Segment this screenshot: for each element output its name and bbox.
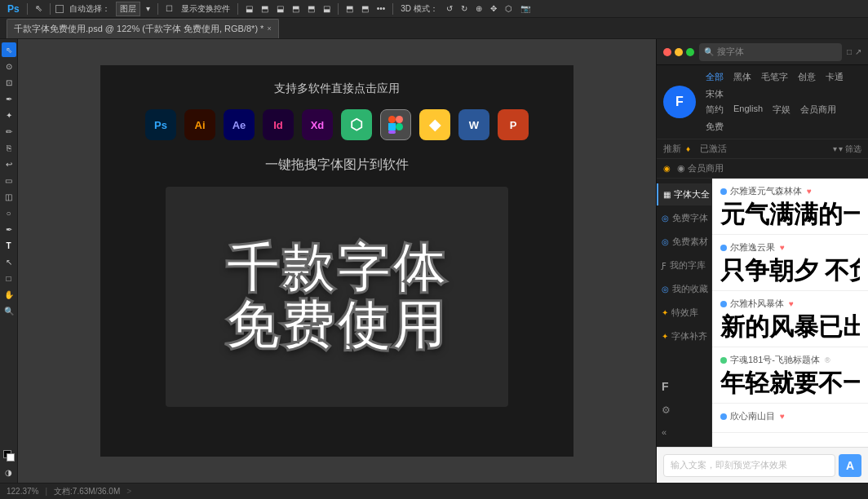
hand-tool[interactable]: ✋ [2, 287, 16, 302]
quick-mask[interactable]: ◑ [2, 465, 16, 479]
app-icon-sketch[interactable]: ⬡ [341, 109, 372, 140]
pen-tool[interactable]: ✒ [2, 222, 16, 236]
font-entry-2[interactable]: 尔雅逸云果 ♥ 只争朝夕 不负韶 [712, 235, 868, 291]
tag-member-use[interactable]: 会员商用 [797, 103, 839, 117]
tag-free[interactable]: 免费 [702, 120, 727, 134]
more-tools[interactable]: ••• [374, 4, 388, 13]
nav-my-font-icon: Ƒ [662, 261, 666, 270]
tag-hei[interactable]: 黑体 [730, 70, 755, 84]
select-tool[interactable]: ⇖ [2, 42, 16, 57]
font-entry-1[interactable]: 尔雅逐元气森林体 ♥ 元气满满的一米 [712, 179, 868, 235]
tag-cartoon[interactable]: 卡通 [822, 70, 847, 84]
layer-type-dropdown[interactable]: 图层 [116, 2, 140, 16]
app-icon-id[interactable]: Id [263, 109, 294, 140]
align-center-v[interactable]: ⬒ [305, 4, 317, 13]
align-right[interactable]: ⬓ [274, 4, 286, 13]
app-icon-xd[interactable]: Xd [302, 109, 333, 140]
show-transform-checkbox[interactable]: ☐ [163, 4, 175, 13]
font-heart-3[interactable]: ♥ [789, 299, 794, 308]
tag-song[interactable]: 宋体 [702, 87, 727, 101]
search-action-2[interactable]: ↗ [855, 47, 861, 56]
align-bottom[interactable]: ⬓ [321, 4, 333, 13]
app-icon-figma[interactable] [380, 109, 411, 140]
lasso-tool[interactable]: ⊙ [2, 59, 16, 73]
spot-heal-tool[interactable]: ✦ [2, 108, 16, 122]
font-entry-5-header: 欣心南山目 ♥ [720, 410, 860, 422]
search-input[interactable]: 搜字体 [717, 46, 837, 58]
clone-tool[interactable]: ⎘ [2, 140, 16, 155]
input-a-button[interactable]: A [839, 454, 861, 477]
close-dot[interactable] [663, 48, 671, 56]
auto-select-checkbox[interactable] [55, 5, 64, 13]
nav-font-all[interactable]: ▦ 字体大全 [657, 183, 711, 205]
tag-mao[interactable]: 毛笔字 [758, 70, 791, 84]
align-center-h[interactable]: ⬒ [259, 4, 271, 13]
tag-simple[interactable]: 简约 [702, 103, 727, 117]
distribute-h[interactable]: ⬒ [343, 4, 356, 13]
preview-text-input[interactable]: 输入文案，即刻预览字体效果 [663, 454, 835, 477]
nav-collapse[interactable]: « [657, 422, 711, 442]
fg-bg-color[interactable] [2, 448, 16, 463]
active-tab[interactable]: 千款字体免费使用.psd @ 122% (千款字体 免费使用, RGB/8*) … [7, 19, 279, 38]
nav-settings[interactable]: ⚙ [657, 400, 711, 421]
pan-3d[interactable]: ✥ [488, 4, 499, 13]
nav-settings-icon: ⚙ [662, 404, 671, 416]
tag-all[interactable]: 全部 [702, 70, 727, 84]
font-heart-1[interactable]: ♥ [807, 187, 812, 196]
nav-supplement[interactable]: ✦ 字体补齐 [657, 325, 711, 347]
rotate-left[interactable]: ↺ [444, 4, 455, 13]
member-commercial-text[interactable]: ◉ 会员商用 [677, 162, 724, 174]
shape-tool[interactable]: □ [2, 271, 16, 285]
right-panel: 🔍 搜字体 □ ↗ F 全部 黑体 毛笔字 创意 卡通 宋体 [656, 39, 868, 483]
font-entry-4[interactable]: 字魂181号-飞驰标题体 ® 年轻就要不一样 [712, 347, 868, 404]
font-heart-2[interactable]: ♥ [780, 243, 785, 252]
burn-tool[interactable]: ○ [2, 205, 16, 220]
app-icon-sketch2[interactable]: ◆ [419, 109, 450, 140]
app-icon-ai[interactable]: Ai [184, 109, 215, 140]
nav-free-font[interactable]: ◎ 免费字体 [657, 207, 711, 229]
tag-ziyu[interactable]: 字娱 [769, 103, 794, 117]
app-icon-word[interactable]: W [458, 109, 489, 140]
type-tool[interactable]: T [2, 238, 16, 253]
nav-my-font[interactable]: Ƒ 我的字库 [657, 254, 711, 276]
align-left[interactable]: ⬓ [243, 4, 255, 13]
nav-bottom-f[interactable]: F [657, 375, 711, 398]
nav-special[interactable]: ✦ 特效库 [657, 302, 711, 324]
distribute-v[interactable]: ⬒ [359, 4, 371, 13]
eraser-tool[interactable]: ▭ [2, 173, 16, 188]
tag-create[interactable]: 创意 [795, 70, 819, 84]
font-dot-2 [720, 245, 727, 251]
tab-close-btn[interactable]: × [267, 24, 271, 33]
nav-my-collect[interactable]: ◎ 我的收藏 [657, 278, 711, 300]
zoom-tool[interactable]: 🔍 [2, 303, 16, 318]
app-icon-ps[interactable]: Ps [145, 109, 176, 140]
eyedropper-tool[interactable]: ✒ [2, 91, 16, 106]
filter-button[interactable]: ▾ ▾ 筛选 [833, 144, 861, 155]
history-brush[interactable]: ↩ [2, 157, 16, 171]
object-3d[interactable]: ⬡ [503, 4, 515, 13]
maximize-dot[interactable] [686, 48, 694, 56]
font-entry-5[interactable]: 欣心南山目 ♥ [712, 404, 868, 433]
camera-3d[interactable]: 📷 [518, 4, 533, 13]
font-entry-3[interactable]: 尔雅朴风暴体 ♥ 新的风暴已出现 [712, 291, 868, 347]
brush-tool[interactable]: ✏ [2, 124, 16, 139]
move-tool[interactable]: ⇖ [33, 3, 45, 14]
search-box[interactable]: 🔍 搜字体 [699, 43, 842, 61]
font-heart-5[interactable]: ♥ [780, 412, 785, 421]
align-top[interactable]: ⬒ [290, 4, 302, 13]
search-action-1[interactable]: □ [847, 47, 852, 56]
font-list[interactable]: 尔雅逐元气森林体 ♥ 元气满满的一米 尔雅逸云果 ♥ 只争朝夕 不负韶 [712, 179, 868, 447]
tag-english[interactable]: English [730, 103, 766, 117]
minimize-dot[interactable] [675, 48, 683, 56]
path-select[interactable]: ↖ [2, 254, 16, 269]
nav-free-material[interactable]: ◎ 免费素材 [657, 231, 711, 253]
app-icon-ppt[interactable]: P [498, 109, 529, 140]
rotate-right[interactable]: ↻ [458, 4, 470, 13]
status-bar: 122.37% | 文档:7.63M/36.0M > [0, 483, 868, 499]
gradient-tool[interactable]: ◫ [2, 189, 16, 204]
app-icon-ae[interactable]: Ae [224, 109, 255, 140]
crop-tool[interactable]: ⊡ [2, 75, 16, 90]
doc-size: 文档:7.63M/36.0M [54, 486, 120, 497]
search-icon: 🔍 [704, 47, 714, 56]
zoom-3d[interactable]: ⊕ [473, 4, 485, 13]
